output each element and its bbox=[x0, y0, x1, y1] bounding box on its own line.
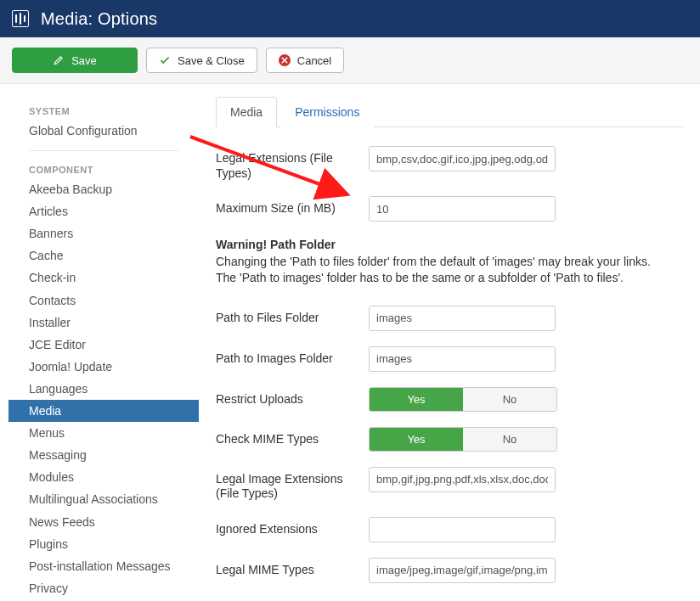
tab-media[interactable]: Media bbox=[216, 97, 277, 127]
legal-extensions-label: Legal Extensions (File Types) bbox=[216, 146, 369, 181]
form: Legal Extensions (File Types) Maximum Si… bbox=[216, 127, 683, 583]
page-title: Media: Options bbox=[41, 9, 157, 29]
save-close-button[interactable]: Save & Close bbox=[146, 48, 257, 73]
cancel-button[interactable]: Cancel bbox=[266, 48, 344, 73]
sidebar-item-languages[interactable]: Languages bbox=[8, 378, 199, 400]
sidebar-item-post-installation-messages[interactable]: Post-installation Messages bbox=[8, 555, 199, 577]
sidebar-item-joomla-update[interactable]: Joomla! Update bbox=[8, 356, 199, 378]
page-header: Media: Options bbox=[0, 0, 700, 37]
toggle-no[interactable]: No bbox=[463, 388, 556, 411]
sidebar-item-menus[interactable]: Menus bbox=[8, 422, 199, 444]
path-images-label: Path to Images Folder bbox=[216, 346, 369, 367]
restrict-uploads-toggle[interactable]: Yes No bbox=[369, 387, 557, 412]
pencil-icon bbox=[53, 54, 65, 66]
legal-mime-label: Legal MIME Types bbox=[216, 558, 369, 578]
sidebar-item-jce-editor[interactable]: JCE Editor bbox=[8, 334, 199, 356]
legal-image-ext-input[interactable] bbox=[369, 467, 556, 492]
legal-extensions-input[interactable] bbox=[369, 146, 556, 171]
sidebar-item-modules[interactable]: Modules bbox=[8, 466, 199, 488]
warning-block: Warning! Path Folder Changing the 'Path … bbox=[216, 237, 658, 287]
toggle-yes[interactable]: Yes bbox=[370, 388, 463, 411]
sidebar-item-contacts[interactable]: Contacts bbox=[8, 289, 199, 312]
sidebar-item-check-in[interactable]: Check-in bbox=[8, 267, 199, 289]
save-close-button-label: Save & Close bbox=[178, 54, 245, 67]
ignored-ext-label: Ignored Extensions bbox=[216, 517, 369, 537]
ignored-ext-input[interactable] bbox=[369, 517, 556, 542]
sidebar: SYSTEM Global Configuration COMPONENT Ak… bbox=[0, 84, 199, 601]
sidebar-item-akeeba-backup[interactable]: Akeeba Backup bbox=[8, 178, 199, 200]
tab-permissions[interactable]: Permissions bbox=[280, 97, 374, 127]
sidebar-item-articles[interactable]: Articles bbox=[8, 200, 199, 222]
check-mime-label: Check MIME Types bbox=[216, 427, 369, 447]
main: SYSTEM Global Configuration COMPONENT Ak… bbox=[0, 84, 700, 601]
sidebar-item-messaging[interactable]: Messaging bbox=[8, 444, 199, 466]
toggle-no[interactable]: No bbox=[463, 428, 556, 451]
save-button[interactable]: Save bbox=[12, 48, 138, 73]
sidebar-heading-system: SYSTEM bbox=[8, 101, 199, 120]
sidebar-heading-component: COMPONENT bbox=[8, 160, 199, 178]
sidebar-item-plugins[interactable]: Plugins bbox=[8, 533, 199, 555]
sidebar-item-banners[interactable]: Banners bbox=[8, 222, 199, 244]
save-button-label: Save bbox=[71, 54, 97, 67]
restrict-uploads-label: Restrict Uploads bbox=[216, 387, 369, 407]
check-icon bbox=[159, 54, 171, 66]
path-files-label: Path to Files Folder bbox=[216, 306, 369, 326]
path-files-input[interactable] bbox=[369, 306, 556, 331]
legal-image-ext-label: Legal Image Extensions (File Types) bbox=[216, 467, 369, 502]
divider bbox=[29, 150, 178, 151]
sidebar-item-media[interactable]: Media bbox=[8, 400, 199, 422]
sidebar-item-installer[interactable]: Installer bbox=[8, 312, 199, 334]
check-mime-toggle[interactable]: Yes No bbox=[369, 427, 557, 452]
sidebar-item-news-feeds[interactable]: News Feeds bbox=[8, 511, 199, 533]
sidebar-item-multilingual-associations[interactable]: Multilingual Associations bbox=[8, 488, 199, 510]
sidebar-item-global-configuration[interactable]: Global Configuration bbox=[8, 120, 199, 142]
tabs: Media Permissions bbox=[216, 96, 683, 127]
maximum-size-input[interactable] bbox=[369, 196, 556, 222]
path-images-input[interactable] bbox=[369, 346, 556, 372]
toolbar: Save Save & Close Cancel bbox=[0, 37, 700, 84]
sidebar-item-cache[interactable]: Cache bbox=[8, 244, 199, 267]
content: Media Permissions Legal Extensions (File… bbox=[199, 84, 700, 601]
warning-title: Warning! Path Folder bbox=[216, 237, 658, 254]
sidebar-item-privacy[interactable]: Privacy bbox=[8, 577, 199, 599]
maximum-size-label: Maximum Size (in MB) bbox=[216, 196, 369, 216]
warning-text: Changing the 'Path to files folder' from… bbox=[216, 254, 658, 287]
toggle-yes[interactable]: Yes bbox=[370, 428, 463, 451]
cancel-button-label: Cancel bbox=[297, 54, 331, 67]
legal-mime-input[interactable] bbox=[369, 558, 556, 583]
equalizer-icon bbox=[12, 10, 29, 27]
close-icon bbox=[279, 54, 291, 66]
